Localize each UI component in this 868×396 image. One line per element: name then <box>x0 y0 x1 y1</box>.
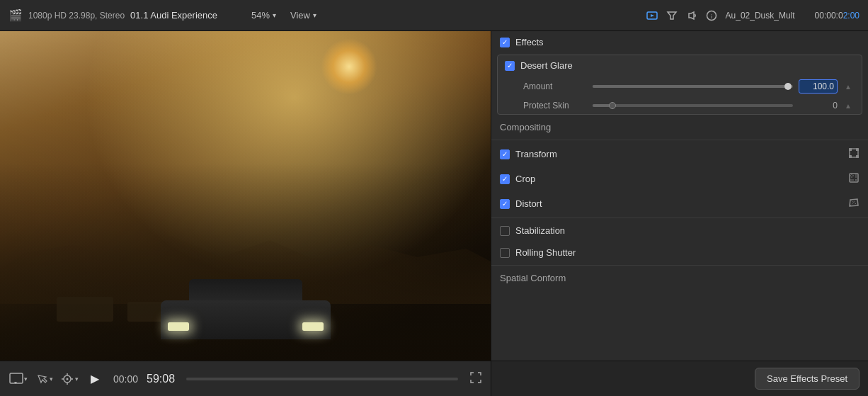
protect-skin-slider-thumb[interactable] <box>609 102 616 109</box>
divider-3 <box>491 265 868 266</box>
tool-select-chevron: ▾ <box>50 375 53 383</box>
video-preview <box>0 31 491 361</box>
background-car-1 <box>57 297 113 322</box>
progress-track[interactable] <box>186 378 458 380</box>
film-icon: 🎬 <box>8 9 23 22</box>
main-car <box>161 276 331 339</box>
effects-section-header[interactable]: Effects <box>491 31 868 53</box>
transform-section-header[interactable]: Transform <box>491 142 868 166</box>
amount-label: Amount <box>523 81 587 91</box>
stabilization-label: Stabilization <box>515 225 860 236</box>
clip-name: Au_02_Dusk_Mult <box>726 11 795 21</box>
desert-glare-header[interactable]: Desert Glare <box>498 55 862 76</box>
timecode-static: 00:00:0 <box>815 11 843 21</box>
distort-label: Distort <box>515 198 843 209</box>
fullscreen-button[interactable] <box>469 371 482 387</box>
amount-chevron-up-icon[interactable]: ▲ <box>843 83 853 91</box>
crop-icon <box>848 172 860 186</box>
main-content: ▾ ▾ ▾ ▶ 00:00 59 <box>0 31 868 396</box>
info-tab-button[interactable]: i <box>703 7 720 24</box>
distort-section-header[interactable]: Distort <box>491 191 868 216</box>
sun-glow <box>321 38 377 95</box>
inspector-panel: Effects Desert Glare Amount ▲ <box>491 31 868 396</box>
car-body <box>161 300 331 339</box>
view-control[interactable]: View ▾ <box>290 10 316 21</box>
svg-text:i: i <box>710 13 712 20</box>
protect-skin-value: 0 <box>799 101 838 111</box>
play-button[interactable]: ▶ <box>85 369 105 389</box>
headlight-right <box>302 322 324 331</box>
inspector-tab-bar: i <box>644 7 720 24</box>
stabilization-section-header[interactable]: Stabilization <box>491 220 868 242</box>
tool-select-button[interactable]: ▾ <box>34 369 54 389</box>
timecode-current: 00:00 <box>113 373 138 385</box>
desert-glare-checkbox[interactable] <box>505 61 515 71</box>
protect-skin-row: Protect Skin 0 ▲ <box>498 97 862 114</box>
inspector-content: Effects Desert Glare Amount ▲ <box>491 31 868 361</box>
protect-skin-label: Protect Skin <box>523 101 587 111</box>
distort-checkbox[interactable] <box>500 199 510 209</box>
transform-select-button[interactable]: ▾ <box>59 369 79 389</box>
effects-label: Effects <box>515 37 860 47</box>
timecode-display: 00:00:02:00 <box>815 11 860 21</box>
rolling-shutter-label: Rolling Shutter <box>515 247 860 258</box>
svg-marker-3 <box>689 12 694 19</box>
amount-row: Amount ▲ <box>498 76 862 97</box>
crop-checkbox[interactable] <box>500 174 510 184</box>
zoom-control[interactable]: 54% ▾ <box>251 10 276 21</box>
rolling-shutter-checkbox[interactable] <box>500 248 510 258</box>
distort-icon <box>848 197 860 210</box>
svg-marker-1 <box>651 14 654 17</box>
zoom-chevron-icon: ▾ <box>273 11 276 19</box>
svg-line-22 <box>850 200 858 205</box>
compositing-section-header[interactable]: Compositing <box>491 116 868 138</box>
stabilization-checkbox[interactable] <box>500 226 510 236</box>
crop-section-header[interactable]: Crop <box>491 166 868 191</box>
timecode-duration: 59:08 <box>147 373 175 385</box>
protect-skin-chevron-up-icon[interactable]: ▲ <box>843 102 853 110</box>
compositing-label: Compositing <box>500 122 860 132</box>
spatial-conform-label: Spatial Conform <box>500 273 860 283</box>
crop-label: Crop <box>515 174 843 184</box>
project-name: 01.1 Audi Experience <box>130 10 217 21</box>
top-bar-left: 🎬 1080p HD 23.98p, Stereo 01.1 Audi Expe… <box>8 9 316 22</box>
amount-slider-thumb[interactable] <box>784 83 792 90</box>
svg-point-10 <box>67 378 69 380</box>
top-bar: 🎬 1080p HD 23.98p, Stereo 01.1 Audi Expe… <box>0 0 868 31</box>
transform-checkbox[interactable] <box>500 149 510 159</box>
effects-checkbox[interactable] <box>500 38 510 47</box>
video-background <box>0 31 491 361</box>
save-effects-preset-button[interactable]: Save Effects Preset <box>755 368 860 390</box>
timecode-blue-part: 2:00 <box>843 11 860 21</box>
inspector-footer: Save Effects Preset <box>491 361 868 396</box>
view-select-button[interactable]: ▾ <box>8 369 28 389</box>
amount-value-input[interactable] <box>799 79 838 94</box>
protect-skin-slider[interactable] <box>593 104 793 107</box>
view-label: View <box>290 10 310 21</box>
top-bar-right: i Au_02_Dusk_Mult 00:00:02:00 <box>644 7 860 24</box>
amount-slider-fill <box>593 85 785 88</box>
svg-rect-6 <box>10 373 23 383</box>
transform-select-chevron: ▾ <box>75 375 79 383</box>
transform-label: Transform <box>515 149 843 159</box>
video-tab-button[interactable] <box>644 7 661 24</box>
svg-rect-19 <box>856 155 859 158</box>
divider-1 <box>491 140 868 140</box>
svg-rect-18 <box>849 155 852 158</box>
spatial-conform-section-header[interactable]: Spatial Conform <box>491 267 868 289</box>
view-select-chevron: ▾ <box>24 375 28 383</box>
desert-glare-block: Desert Glare Amount ▲ Protect Skin <box>497 55 862 115</box>
transform-icon <box>848 147 860 161</box>
zoom-value: 54% <box>251 10 270 21</box>
resolution-label: 1080p HD 23.98p, Stereo <box>28 11 125 21</box>
view-chevron-icon: ▾ <box>313 11 316 19</box>
svg-rect-20 <box>850 174 858 182</box>
video-panel: ▾ ▾ ▾ ▶ 00:00 59 <box>0 31 491 396</box>
amount-slider[interactable] <box>593 85 793 88</box>
rolling-shutter-section-header[interactable]: Rolling Shutter <box>491 242 868 264</box>
video-controls: ▾ ▾ ▾ ▶ 00:00 59 <box>0 361 491 396</box>
divider-2 <box>491 217 868 218</box>
audio-tab-button[interactable] <box>683 7 700 24</box>
headlight-left <box>168 322 189 331</box>
filter-tab-button[interactable] <box>663 7 680 24</box>
